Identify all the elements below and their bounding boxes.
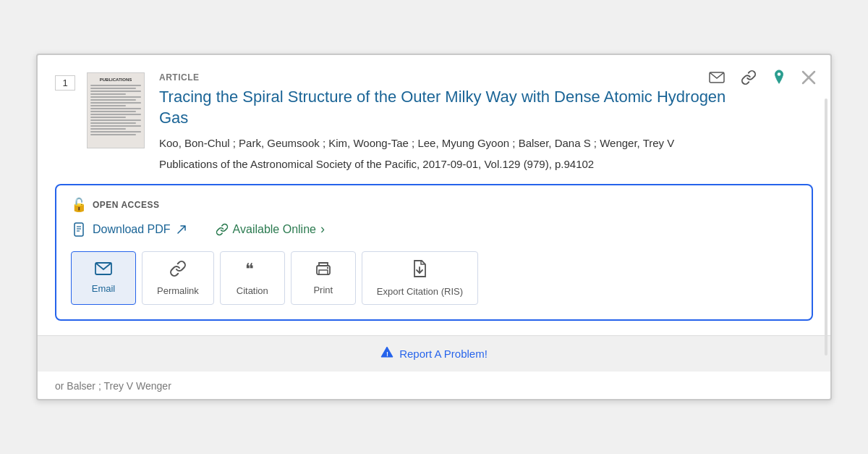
permalink-action-icon [169, 260, 187, 281]
article-info: ARTICLE Tracing the Spiral Structure of … [159, 72, 813, 172]
permalink-action-button[interactable]: Permalink [142, 251, 214, 305]
open-access-row: 🔓 OPEN ACCESS [71, 197, 797, 213]
thumbnail-title: PUBLICATIONS [100, 77, 132, 82]
print-action-icon [315, 261, 332, 280]
report-problem-button[interactable]: Report A Problem! [399, 348, 488, 360]
citation-action-button[interactable]: ❝ Citation [220, 251, 285, 305]
print-action-label: Print [313, 285, 333, 295]
svg-rect-11 [319, 270, 328, 274]
article-authors: Koo, Bon-Chul ; Park, Geumsook ; Kim, Wo… [159, 135, 755, 152]
available-online-label: Available Online [233, 223, 316, 236]
citation-action-icon: ❝ [244, 260, 261, 281]
available-online-link[interactable]: Available Online › [216, 222, 325, 237]
download-pdf-label: Download PDF [93, 223, 171, 236]
email-action-button[interactable]: Email [71, 251, 136, 305]
svg-text:❝: ❝ [245, 260, 254, 277]
thumbnail-lines [90, 85, 141, 137]
action-box: 🔓 OPEN ACCESS Download PDF [55, 184, 813, 321]
svg-rect-4 [75, 223, 83, 236]
action-buttons-row: Email Permalink ❝ Cita [71, 251, 797, 305]
export-citation-action-label: Export Citation (RIS) [377, 286, 463, 297]
report-problem-bar: ! Report A Problem! [38, 335, 830, 371]
available-online-chevron: › [320, 222, 325, 237]
download-pdf-link[interactable]: Download PDF [74, 222, 187, 237]
svg-text:!: ! [386, 350, 388, 358]
article-journal: Publications of the Astronomical Society… [159, 156, 755, 173]
svg-point-12 [327, 267, 328, 269]
citation-action-label: Citation [237, 285, 268, 296]
result-number: 1 [55, 75, 75, 91]
email-action-label: Email [92, 283, 116, 294]
download-row: Download PDF Available Online › [71, 222, 797, 237]
card-header: 1 PUBLICATIONS [38, 55, 830, 184]
article-card: 1 PUBLICATIONS [36, 54, 832, 400]
permalink-action-label: Permalink [157, 285, 199, 296]
warning-icon: ! [380, 346, 393, 361]
thumbnail: PUBLICATIONS [87, 72, 145, 148]
article-title: Tracing the Spiral Structure of the Oute… [159, 87, 755, 128]
open-access-label: OPEN ACCESS [93, 200, 159, 210]
partial-content: or Balser ; Trey V Wenger [38, 371, 830, 399]
export-citation-action-button[interactable]: Export Citation (RIS) [362, 251, 478, 305]
article-type: ARTICLE [159, 72, 755, 83]
print-action-button[interactable]: Print [291, 251, 356, 305]
open-access-lock-icon: 🔓 [71, 197, 87, 213]
export-citation-action-icon [411, 259, 428, 282]
email-action-icon [95, 262, 112, 279]
